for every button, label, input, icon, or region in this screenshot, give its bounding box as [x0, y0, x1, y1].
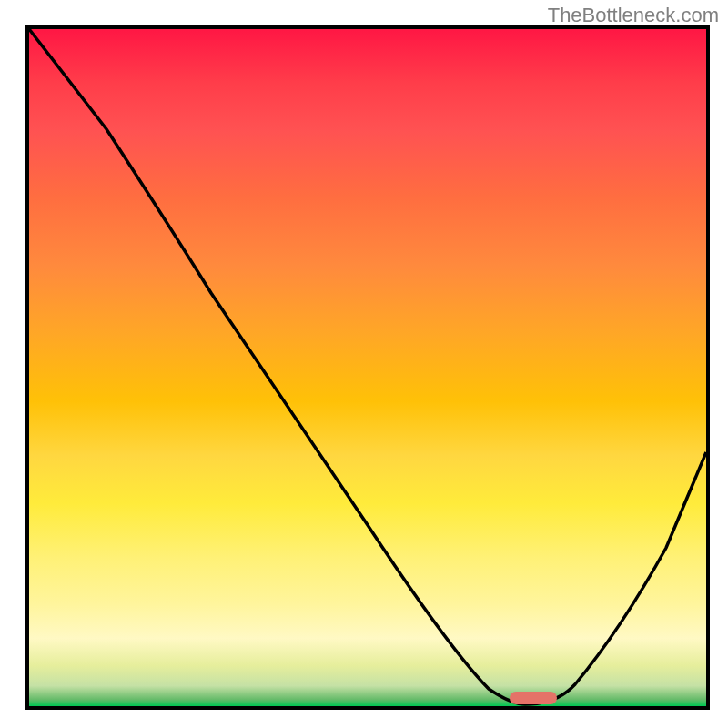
curve-svg [29, 29, 706, 706]
bottleneck-chart: TheBottleneck.com [0, 0, 728, 728]
bottleneck-curve-path [29, 29, 706, 704]
optimal-range-marker [510, 692, 557, 704]
plot-area [25, 25, 710, 710]
attribution-text: TheBottleneck.com [548, 4, 719, 27]
